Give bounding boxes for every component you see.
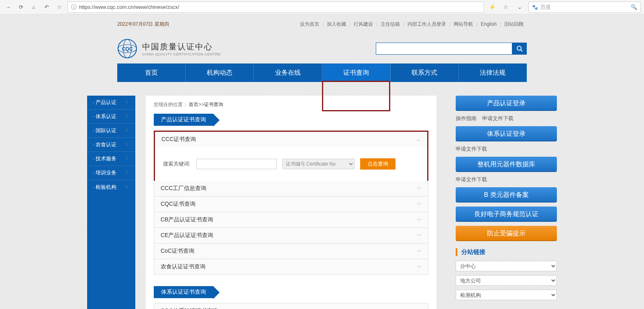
search-icon	[516, 45, 523, 52]
select-testing-org[interactable]: 检测机构	[456, 290, 557, 300]
chevron-up-icon: ︿	[416, 137, 421, 143]
right-text-row: 申请文件下载	[456, 176, 557, 183]
sidebar-item-tech-service[interactable]: · 技术服务〉	[87, 152, 135, 166]
site-search-input[interactable]	[376, 43, 512, 55]
url-text: https://www.cqc.com.cn/www/chinese/zscx/	[79, 4, 481, 10]
sidebar-item-food-cert[interactable]: · 农食认证〉	[87, 138, 135, 152]
star-outline-icon[interactable]: ☆	[55, 2, 64, 12]
acc-header-cb[interactable]: CB产品认证证书查询﹀	[154, 212, 428, 227]
breadcrumb: 您现在的位置： 首页>>证书查询	[154, 96, 428, 114]
top-link[interactable]: English	[478, 21, 500, 27]
undo-icon[interactable]: ↶	[42, 2, 51, 12]
link-download[interactable]: 申请文件下载	[456, 176, 487, 182]
chevron-right-icon: 〉	[126, 184, 130, 190]
btn-b-component[interactable]: B 类元器件备案	[456, 187, 557, 203]
top-link[interactable]: 加入收藏	[324, 21, 349, 28]
browser-search-placeholder: 百度	[540, 4, 628, 11]
chevron-right-icon: 〉	[126, 156, 130, 162]
browser-search-box[interactable]: 🐾 百度 🔍	[528, 2, 641, 13]
chevron-down-icon: ﹀	[417, 186, 422, 192]
nav-business[interactable]: 业务在线	[254, 63, 322, 82]
star-icon[interactable]: ☆	[501, 2, 511, 12]
nav-laws[interactable]: 法律法规	[459, 63, 527, 82]
svg-text:CQC: CQC	[122, 46, 133, 52]
section-label-system: 体系认证证书查询	[154, 286, 428, 298]
select-local-company[interactable]: 地方公司	[456, 275, 557, 286]
btn-system-login[interactable]: 体系认证登录	[456, 126, 557, 141]
info-icon: ⓘ	[71, 4, 77, 11]
highlighted-panel: CCC证书查询 ︿ 搜索关键词: 证书编号 Certificate No. 点击…	[154, 131, 428, 182]
chevron-down-icon: ﹀	[417, 217, 422, 223]
section-label-product: 产品认证证书查询	[154, 114, 428, 126]
chevron-right-icon: 〉	[126, 100, 130, 105]
chevron-right-icon: 〉	[126, 128, 130, 133]
btn-ecommerce-cert[interactable]: 良好电子商务规范认证	[456, 207, 557, 222]
top-link[interactable]: 主任信箱	[377, 21, 403, 28]
sidebar-item-system-cert[interactable]: · 体系认证〉	[87, 110, 135, 124]
link-download[interactable]: 申请文件下载	[456, 146, 487, 152]
breadcrumb-current: 证书查询	[204, 102, 223, 107]
site-search-button[interactable]	[512, 43, 527, 55]
btn-product-login[interactable]: 产品认证登录	[456, 96, 557, 111]
btn-component-db[interactable]: 整机用元器件数据库	[456, 157, 557, 172]
top-link[interactable]: 旧站回顾	[501, 21, 527, 28]
left-sidebar: · 产品认证〉 · 体系认证〉 · 国际认证〉 · 农食认证〉 · 技术服务〉 …	[87, 96, 135, 309]
link-download[interactable]: 申请文件下载	[482, 115, 514, 121]
reload-icon[interactable]: ⟳	[16, 2, 26, 12]
date-display: 2022年07月07日 星期四	[117, 21, 169, 28]
sidebar-item-intl-cert[interactable]: · 国际认证〉	[87, 124, 135, 138]
acc-header-cqc[interactable]: CQC证书查询﹀	[154, 196, 428, 212]
top-link[interactable]: 行风建设	[351, 21, 376, 28]
sidebar-item-training[interactable]: · 培训业务〉	[87, 166, 135, 180]
nav-cert-query[interactable]: 证书查询	[322, 63, 391, 82]
chevron-right-icon: 〉	[126, 114, 130, 119]
forward-icon[interactable]: →	[3, 2, 13, 12]
link-guide[interactable]: 操作指南	[456, 115, 477, 121]
logo-title: 中国质量认证中心	[142, 41, 221, 52]
sidebar-item-product-cert[interactable]: · 产品认证〉	[87, 96, 135, 110]
nav-home[interactable]: 首页	[117, 63, 185, 82]
top-utility-bar: 2022年07月07日 星期四 设为首页| 加入收藏| 行风建设| 主任信箱| …	[117, 18, 527, 31]
right-text-row: 操作指南申请文件下载	[456, 115, 557, 122]
cert-keyword-input[interactable]	[196, 159, 277, 169]
top-link[interactable]: 内部工作人员登录	[404, 21, 449, 28]
main-content: 您现在的位置： 首页>>证书查询 产品认证证书查询 CCC证书查询 ︿ 搜索关键…	[146, 96, 436, 309]
acc-header-ce[interactable]: CE产品认证证书查询﹀	[154, 228, 428, 243]
acc-header-cqc-system[interactable]: CQC体系认证证书查询﹀	[154, 303, 428, 309]
cqc-logo-icon: CQC	[117, 39, 137, 59]
top-link[interactable]: 网站导航	[450, 21, 476, 28]
acc-header-ccc-factory[interactable]: CCC工厂信息查询﹀	[154, 181, 428, 196]
top-links: 设为首页| 加入收藏| 行风建设| 主任信箱| 内部工作人员登录| 网站导航| …	[297, 21, 527, 28]
browser-toolbar: → ⟳ ⌂ ↶ ☆ ⓘ https://www.cqc.com.cn/www/c…	[0, 0, 644, 14]
search-keyword-label: 搜索关键词:	[163, 160, 191, 168]
btn-fraud-warning[interactable]: 防止受骗提示	[456, 226, 557, 241]
select-branch-center[interactable]: 分中心	[456, 261, 557, 271]
acc-header-coc[interactable]: CoC证书查询﹀	[154, 244, 428, 259]
top-link[interactable]: 设为首页	[297, 21, 322, 28]
site-search	[376, 43, 527, 55]
chevron-right-icon: 〉	[126, 142, 130, 147]
logo-area[interactable]: CQC 中国质量认证中心 CHINA QUALITY CERTIFICATION…	[117, 39, 221, 59]
site-header: CQC 中国质量认证中心 CHINA QUALITY CERTIFICATION…	[117, 31, 527, 63]
paw-icon: 🐾	[532, 4, 538, 10]
right-sidebar: 产品认证登录 操作指南申请文件下载 体系认证登录 申请文件下载 整机用元器件数据…	[456, 96, 557, 309]
chevron-down-icon[interactable]: ⌄	[515, 2, 524, 12]
breadcrumb-home[interactable]: 首页	[189, 102, 198, 107]
address-bar[interactable]: ⓘ https://www.cqc.com.cn/www/chinese/zsc…	[67, 2, 484, 13]
home-icon[interactable]: ⌂	[29, 2, 39, 12]
cert-field-select[interactable]: 证书编号 Certificate No.	[282, 159, 355, 169]
chevron-down-icon: ﹀	[417, 201, 422, 207]
right-text-row: 申请文件下载	[456, 145, 557, 153]
acc-body-ccc: 搜索关键词: 证书编号 Certificate No. 点击查询	[155, 147, 427, 181]
sidebar-item-inspection[interactable]: · 检验机构〉	[87, 180, 135, 194]
nav-news[interactable]: 机构动态	[185, 63, 254, 82]
nav-contact[interactable]: 联系方式	[391, 63, 459, 82]
lightning-icon[interactable]: ⚡	[487, 2, 497, 12]
cert-search-button[interactable]: 点击查询	[360, 158, 395, 170]
logo-subtitle: CHINA QUALITY CERTIFICATION CENTRE	[142, 52, 221, 56]
acc-header-food[interactable]: 农食认证证书查询﹀	[154, 259, 428, 274]
chevron-down-icon: ﹀	[417, 248, 422, 254]
search-icon[interactable]: 🔍	[631, 4, 637, 10]
chevron-down-icon: ﹀	[417, 264, 422, 270]
acc-header-ccc[interactable]: CCC证书查询 ︿	[155, 132, 427, 147]
